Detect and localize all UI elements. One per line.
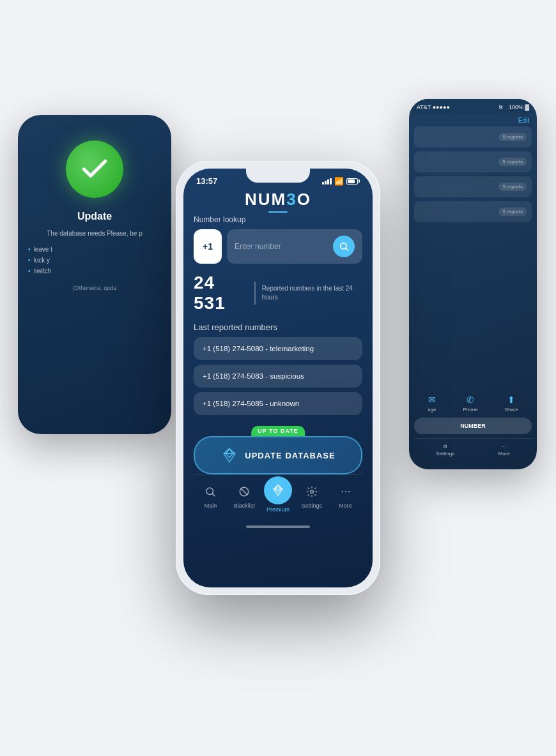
bg-left-title: Update [77, 211, 112, 222]
right-bottom-nav: ⚙ Settings ··· More [414, 438, 532, 462]
last-reported-label: Last reported numbers [194, 322, 362, 332]
search-button[interactable] [333, 236, 355, 257]
right-nav-more: ··· More [498, 444, 510, 457]
svg-point-12 [311, 490, 314, 493]
block-icon [238, 486, 250, 501]
nav-item-settings[interactable]: Settings [295, 486, 328, 509]
nav-label-settings: Settings [302, 503, 323, 509]
right-bottom: ✉ age ✆ Phone ⬆ Share NUMBER ⚙ Settings [409, 387, 537, 469]
right-status-bar: AT&T ●●●●● 9: 100% ▓ [409, 99, 537, 114]
nav-item-premium[interactable]: Premium [261, 481, 295, 513]
search-placeholder: Enter number [235, 242, 328, 251]
nav-item-main[interactable]: Main [194, 486, 228, 509]
svg-marker-2 [226, 449, 233, 458]
svg-point-15 [348, 490, 350, 492]
logo-text: NUM3O [194, 190, 362, 209]
report-number-button[interactable]: NUMBER [414, 418, 532, 434]
country-code-button[interactable]: +1 [194, 229, 222, 264]
svg-marker-9 [274, 485, 282, 496]
settings-icon [306, 486, 318, 501]
phone-notch [246, 169, 310, 183]
premium-circle [264, 476, 292, 504]
right-actions: ✉ age ✆ Phone ⬆ Share [414, 395, 532, 412]
search-input-wrapper[interactable]: Enter number [227, 229, 362, 264]
scene: Update The database needs Please, be p l… [0, 0, 556, 756]
update-database-button[interactable]: UPDATE DATABASE [194, 436, 362, 474]
reported-number-item[interactable]: +1 (518) 274-5083 - suspicious [194, 365, 362, 388]
share-icon: ⬆ [507, 395, 515, 405]
status-icons: 📶 [322, 177, 360, 186]
search-icon [205, 486, 216, 501]
bg-left-subtitle: The database needs Please, be p [47, 229, 143, 238]
nav-label-more: More [339, 503, 352, 509]
action-label: age [428, 407, 436, 412]
svg-point-13 [341, 490, 343, 492]
list-item: lock y [28, 257, 161, 264]
right-battery: 100% ▓ [509, 104, 529, 110]
bottom-nav: Main Blacklist [194, 474, 362, 522]
update-btn-label: UPDATE DATABASE [245, 451, 335, 460]
reports-badge: 5 reports [498, 183, 527, 191]
green-circle-icon [66, 140, 123, 198]
home-indicator [246, 525, 310, 528]
nav-label-main: Main [205, 503, 217, 509]
action-label: Share [505, 407, 518, 412]
right-row: 5 reports [414, 176, 532, 197]
reported-number-item[interactable]: +1 (518) 274-5080 - telemarketing [194, 337, 362, 360]
nav-item-blacklist[interactable]: Blacklist [228, 486, 261, 509]
reports-badge: 5 reports [498, 133, 527, 141]
right-action-message: ✉ age [428, 395, 436, 412]
phone-screen: 13:57 📶 [183, 169, 373, 587]
stats-row: 24 531 Reported numbers in the last 24 h… [194, 273, 362, 314]
action-label: Phone [463, 407, 477, 412]
search-icon [339, 241, 349, 252]
right-row: 5 reports [414, 151, 532, 172]
more-icon: ··· [502, 444, 506, 450]
right-carrier: AT&T ●●●●● [417, 104, 450, 110]
battery-icon [346, 178, 360, 185]
stats-number: 24 531 [194, 273, 248, 314]
bg-left-note: (Otherwice, upda [73, 285, 117, 291]
reports-badge: 5 reports [498, 208, 527, 216]
nav-label-premium: Premium [266, 506, 290, 513]
stats-label: Reported numbers in the last 24 hours [262, 284, 362, 302]
right-row: 5 reports [414, 201, 532, 222]
right-nav-settings: ⚙ Settings [436, 444, 454, 457]
logo-underline [268, 211, 288, 213]
app-logo: NUM3O [194, 190, 362, 213]
svg-marker-1 [224, 449, 236, 462]
phone-background-right: AT&T ●●●●● 9: 100% ▓ Edit 5 reports 5 re… [409, 99, 537, 469]
svg-marker-10 [275, 485, 281, 492]
list-item: switch [28, 268, 161, 275]
stats-divider [254, 282, 256, 305]
update-badge: UP TO DATE [251, 426, 305, 436]
more-icon [340, 486, 351, 501]
right-row: 5 reports [414, 126, 532, 147]
nav-label-blacklist: Blacklist [234, 503, 255, 509]
reported-list: +1 (518) 274-5080 - telemarketing +1 (51… [194, 337, 362, 415]
signal-bars-icon [322, 178, 332, 185]
wifi-icon: 📶 [334, 177, 344, 186]
app-content: NUM3O Number lookup +1 Enter number [183, 190, 373, 587]
phone-main: 13:57 📶 [176, 161, 380, 595]
nav-item-more[interactable]: More [328, 486, 362, 509]
reports-badge: 5 reports [498, 158, 527, 166]
phone-background-left: Update The database needs Please, be p l… [18, 115, 171, 434]
search-row: +1 Enter number [194, 229, 362, 264]
right-rows: 5 reports 5 reports 5 reports 5 reports [409, 126, 537, 222]
svg-line-8 [241, 488, 248, 495]
update-section: UP TO DATE UPDATE DATABASE [194, 424, 362, 474]
lookup-label: Number lookup [194, 215, 362, 224]
right-time: 9: [498, 104, 504, 110]
status-time: 13:57 [196, 176, 217, 186]
right-edit-button[interactable]: Edit [409, 114, 537, 126]
message-icon: ✉ [428, 395, 436, 405]
diamond-icon [220, 446, 238, 464]
diamond-nav-icon [271, 483, 285, 497]
right-action-phone: ✆ Phone [463, 395, 477, 412]
reported-number-item[interactable]: +1 (518) 274-5085 - unknown [194, 392, 362, 415]
right-action-share: ⬆ Share [505, 395, 518, 412]
settings-icon: ⚙ [443, 444, 447, 450]
phone-icon: ✆ [467, 395, 474, 405]
bg-left-list: leave t lock y switch [28, 246, 161, 278]
